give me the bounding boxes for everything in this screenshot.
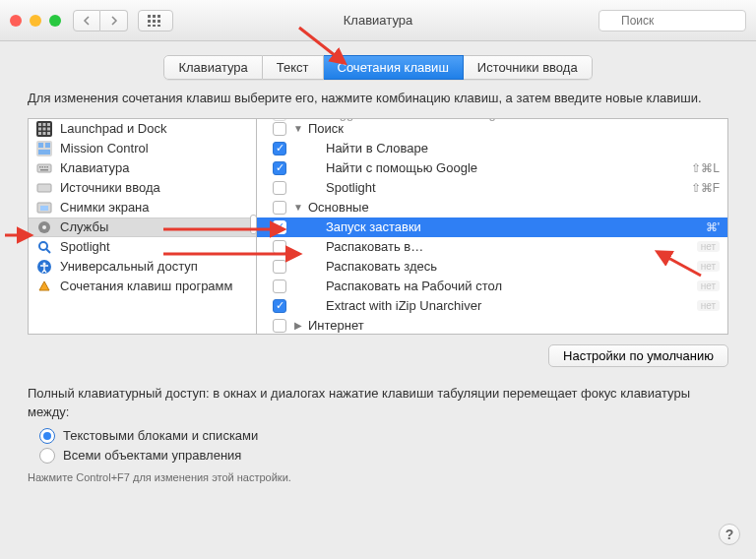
instruction-text: Для изменения сочетания клавиш выберите … bbox=[28, 90, 728, 108]
category-keyboard[interactable]: Клавиатура bbox=[29, 158, 256, 178]
minimize-window-button[interactable] bbox=[30, 15, 41, 27]
checkbox[interactable] bbox=[273, 240, 286, 254]
zoom-window-button[interactable] bbox=[49, 15, 61, 27]
shortcut-label: ⇧⌘L bbox=[691, 161, 720, 175]
service-label: Распаковать в… bbox=[304, 239, 691, 254]
service-item[interactable]: ▼Распаковать на Рабочий столнет bbox=[257, 277, 727, 296]
category-label: Launchpad и Dock bbox=[60, 121, 166, 136]
category-label: Снимки экрана bbox=[60, 200, 150, 215]
category-input[interactable]: Источники ввода bbox=[29, 178, 256, 198]
tab-2[interactable]: Сочетания клавиш bbox=[324, 55, 464, 80]
category-gear[interactable]: Службы bbox=[29, 217, 256, 237]
checkbox[interactable] bbox=[273, 299, 286, 313]
svg-point-35 bbox=[42, 225, 46, 229]
close-window-button[interactable] bbox=[10, 15, 22, 27]
svg-rect-22 bbox=[38, 143, 43, 148]
svg-rect-27 bbox=[42, 166, 44, 168]
checkbox[interactable] bbox=[273, 161, 286, 175]
gear-icon bbox=[36, 219, 52, 235]
service-item[interactable]: ▼Найти в Словаре bbox=[257, 139, 727, 158]
svg-rect-18 bbox=[38, 132, 41, 135]
category-label: Универсальный доступ bbox=[60, 259, 198, 274]
service-item[interactable]: ▼Toggle Instruments Recording bbox=[257, 118, 727, 119]
svg-rect-3 bbox=[148, 20, 151, 23]
service-group[interactable]: ▶Интернет bbox=[257, 316, 727, 335]
mission-icon bbox=[36, 141, 52, 156]
svg-rect-8 bbox=[158, 25, 160, 27]
tab-3[interactable]: Источники ввода bbox=[464, 55, 593, 80]
checkbox[interactable] bbox=[273, 142, 286, 155]
service-item[interactable]: ▼Spotlight⇧⌘F bbox=[257, 178, 727, 198]
svg-rect-31 bbox=[37, 184, 51, 192]
svg-rect-12 bbox=[38, 123, 41, 126]
spotlight-icon bbox=[36, 239, 52, 255]
input-icon bbox=[36, 180, 52, 196]
checkbox[interactable] bbox=[273, 122, 286, 136]
help-button[interactable]: ? bbox=[719, 524, 740, 545]
no-shortcut-badge: нет bbox=[697, 280, 720, 291]
window-controls bbox=[10, 15, 61, 27]
checkbox[interactable] bbox=[273, 118, 286, 121]
radio-option-0[interactable]: Текстовыми блоками и списками bbox=[39, 428, 728, 444]
service-item[interactable]: ▼Extract with iZip Unarchiverнет bbox=[257, 296, 727, 316]
category-accessibility[interactable]: Универсальный доступ bbox=[29, 257, 256, 277]
category-label: Mission Control bbox=[60, 141, 149, 155]
category-list[interactable]: Launchpad и DockMission ControlКлавиатур… bbox=[28, 118, 256, 335]
checkbox[interactable] bbox=[273, 280, 286, 293]
service-label: Распаковать здесь bbox=[304, 259, 691, 274]
category-launchpad[interactable]: Launchpad и Dock bbox=[29, 119, 256, 139]
checkbox[interactable] bbox=[273, 201, 286, 215]
service-group[interactable]: ▼Поиск bbox=[257, 119, 727, 139]
back-button[interactable] bbox=[73, 10, 100, 31]
category-screenshot[interactable]: Снимки экрана bbox=[29, 198, 256, 217]
svg-point-39 bbox=[43, 262, 46, 265]
services-list[interactable]: ▼Toggle Instruments Recording▼Поиск▼Найт… bbox=[256, 118, 728, 335]
radio-option-1[interactable]: Всеми объектами управления bbox=[39, 448, 728, 464]
shortcut-label: ⇧⌘F bbox=[691, 181, 720, 195]
restore-defaults-button[interactable]: Настройки по умолчанию bbox=[548, 344, 728, 367]
service-label: Найти в Словаре bbox=[304, 141, 720, 155]
disclosure-triangle-icon[interactable]: ▼ bbox=[292, 202, 304, 213]
service-item[interactable]: ▼Найти с помощью Google⇧⌘L bbox=[257, 158, 727, 178]
checkbox[interactable] bbox=[273, 260, 286, 274]
checkbox[interactable] bbox=[273, 220, 286, 234]
disclosure-triangle-icon[interactable]: ▶ bbox=[292, 320, 304, 331]
category-appshort[interactable]: Сочетания клавиш программ bbox=[29, 277, 256, 296]
body: Для изменения сочетания клавиш выберите … bbox=[0, 90, 756, 493]
service-label: Spotlight bbox=[304, 180, 685, 195]
svg-rect-23 bbox=[45, 143, 50, 148]
launchpad-icon bbox=[36, 121, 52, 137]
checkbox[interactable] bbox=[273, 319, 286, 333]
service-label: Основные bbox=[304, 200, 720, 215]
svg-rect-13 bbox=[43, 123, 46, 126]
tab-1[interactable]: Текст bbox=[263, 55, 324, 80]
svg-rect-25 bbox=[37, 164, 51, 172]
titlebar: Клавиатура bbox=[0, 0, 756, 41]
service-group[interactable]: ▼Основные bbox=[257, 198, 727, 217]
appshort-icon bbox=[36, 279, 52, 294]
radio-button[interactable] bbox=[39, 448, 55, 464]
checkbox[interactable] bbox=[273, 181, 286, 195]
search-input[interactable] bbox=[598, 10, 746, 31]
category-label: Сочетания клавиш программ bbox=[60, 279, 232, 293]
svg-rect-5 bbox=[158, 20, 160, 23]
service-item[interactable]: ▼Распаковать здесьнет bbox=[257, 257, 727, 277]
category-mission[interactable]: Mission Control bbox=[29, 139, 256, 158]
radio-button[interactable] bbox=[39, 428, 55, 444]
keyboard-access-text: Полный клавиатурный доступ: в окнах и ди… bbox=[28, 385, 728, 422]
no-shortcut-badge: нет bbox=[697, 300, 720, 311]
category-spotlight[interactable]: Spotlight bbox=[29, 237, 256, 257]
service-item[interactable]: ▼Запуск заставки⌘' bbox=[257, 217, 727, 237]
svg-rect-20 bbox=[47, 132, 50, 135]
svg-rect-7 bbox=[153, 25, 156, 27]
show-all-button[interactable] bbox=[138, 10, 173, 31]
service-label: Extract with iZip Unarchiver bbox=[304, 298, 691, 313]
svg-rect-17 bbox=[47, 127, 50, 130]
forward-button[interactable] bbox=[100, 10, 128, 31]
tab-0[interactable]: Клавиатура bbox=[163, 55, 262, 80]
disclosure-triangle-icon[interactable]: ▼ bbox=[292, 123, 304, 134]
category-label: Spotlight bbox=[60, 239, 110, 254]
service-item[interactable]: ▼Распаковать в…нет bbox=[257, 237, 727, 257]
svg-rect-26 bbox=[39, 166, 41, 168]
preferences-window: Клавиатура КлавиатураТекстСочетания клав… bbox=[0, 0, 756, 559]
